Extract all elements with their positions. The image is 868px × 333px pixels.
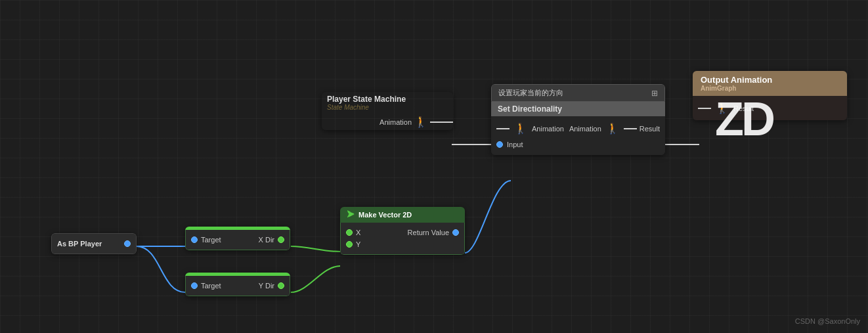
blueprint-canvas[interactable]: As BP Player Target X Dir xyxy=(0,0,868,333)
xdir-target-label: Target xyxy=(201,236,221,244)
makevec-x-label: X xyxy=(356,229,360,236)
set-directionality-node[interactable]: 设置玩家当前的方向 ⊞ Set Directionality 🚶 Animati… xyxy=(491,84,665,155)
setdir-anim-in-icon: 🚶 xyxy=(514,122,527,135)
ydir-node[interactable]: Target Y Dir xyxy=(185,273,290,296)
output-subtitle: AnimGraph xyxy=(701,85,839,92)
setdir-expand-icon[interactable]: ⊞ xyxy=(651,89,658,98)
player-state-machine-node[interactable]: Player State Machine State Machine Anima… xyxy=(322,92,453,130)
makevec-title: Make Vector 2D xyxy=(358,211,412,219)
makevec-header: ⮞ Make Vector 2D xyxy=(340,207,465,223)
makevec-icon: ⮞ xyxy=(347,210,355,219)
xdir-node[interactable]: Target X Dir xyxy=(185,227,290,250)
makevec-y-pin[interactable] xyxy=(346,241,353,248)
ydir-target-label: Target xyxy=(201,282,221,290)
setdir-animation-in-label: Animation xyxy=(532,125,564,133)
asbp-title: As BP Player xyxy=(57,240,102,248)
setdir-body: 🚶 Animation Animation 🚶 Result Input xyxy=(491,116,665,155)
connections-layer xyxy=(0,0,868,333)
setdir-animation-out-label: Animation xyxy=(569,125,601,133)
makevec-x-pin[interactable] xyxy=(346,229,353,236)
setdir-chinese-label: 设置玩家当前的方向 xyxy=(498,88,563,98)
output-title: Output Animation xyxy=(701,75,839,85)
setdir-input-pin[interactable] xyxy=(496,141,503,148)
psm-subtitle: State Machine xyxy=(322,104,453,114)
xdir-target-pin[interactable] xyxy=(191,236,198,243)
as-bp-player-node[interactable]: As BP Player xyxy=(51,233,137,254)
makevec-y-label: Y xyxy=(356,240,360,248)
makevec-return-label: Return Value xyxy=(408,229,449,236)
setdir-header-label: Set Directionality xyxy=(498,104,562,114)
ydir-output-pin[interactable] xyxy=(278,282,284,289)
watermark: ZD xyxy=(715,92,773,146)
setdir-result-label: Result xyxy=(640,125,660,133)
credit-text: CSDN @SaxonOnly xyxy=(795,317,860,325)
ydir-output-label: Y Dir xyxy=(259,282,274,290)
setdir-top: 设置玩家当前的方向 ⊞ xyxy=(491,84,665,102)
setdir-header: Set Directionality xyxy=(491,102,665,116)
xdir-output-label: X Dir xyxy=(259,236,274,244)
ydir-target-pin[interactable] xyxy=(191,282,198,289)
asbp-output-pin[interactable] xyxy=(124,240,131,247)
psm-anim-icon: 🚶 xyxy=(414,116,427,128)
psm-title: Player State Machine xyxy=(322,92,453,104)
xdir-output-pin[interactable] xyxy=(278,236,284,243)
makevec-return-pin[interactable] xyxy=(452,229,459,236)
setdir-anim-out-icon: 🚶 xyxy=(606,122,619,135)
setdir-input-label: Input xyxy=(507,141,523,148)
make-vector-2d-node[interactable]: ⮞ Make Vector 2D X Return Value Y xyxy=(340,207,465,255)
psm-animation-label: Animation xyxy=(380,118,412,126)
